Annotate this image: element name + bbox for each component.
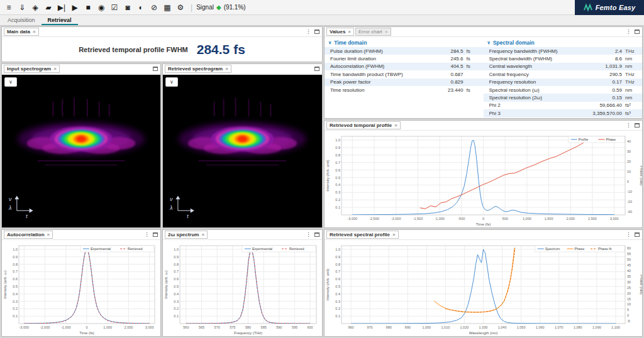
maximize-icon[interactable] [635, 30, 640, 34]
svg-text:1,000: 1,000 [103, 325, 112, 329]
value-label: Spectral bandwidth (FWHM) [489, 56, 584, 62]
save-icon[interactable]: ⇓ [16, 1, 28, 14]
camera-icon[interactable]: ◉ [95, 1, 108, 14]
svg-text:3,000: 3,000 [610, 217, 619, 221]
maximize-icon[interactable] [635, 232, 640, 237]
tab-spectral-profile[interactable]: Retrieved spectral profile × [326, 231, 399, 239]
svg-text:40: 40 [627, 139, 631, 143]
value-label: Pulse duration (FWHM) [330, 48, 425, 54]
value-number: 0.17 [583, 79, 622, 85]
svg-text:0.1: 0.1 [13, 314, 18, 318]
svg-text:50: 50 [627, 258, 631, 261]
value-row: Time resolution23.440fs [325, 86, 484, 94]
tab-retrieval[interactable]: Retrieval [42, 15, 78, 25]
svg-text:-20: -20 [627, 200, 632, 204]
tab-retrieved-spectrogram[interactable]: Retrieved spectrogram × [165, 65, 231, 73]
value-unit: nm [622, 56, 638, 62]
tab-input-spectrogram[interactable]: Input spectrogram × [4, 65, 60, 73]
panel-header: Input spectrogram × [2, 64, 160, 74]
thumbs-up-icon[interactable]: ☑ [108, 1, 121, 14]
contrast-icon[interactable]: ◐ [135, 1, 147, 14]
maximize-icon[interactable] [153, 67, 158, 71]
tab-autocorrelation[interactable]: Autocorrelation × [4, 231, 53, 239]
maximize-icon[interactable] [314, 30, 319, 34]
panel-header: Autocorrelation × ⋮ [2, 230, 160, 240]
play-icon[interactable]: ▶ [69, 1, 81, 14]
close-icon[interactable]: × [392, 232, 396, 237]
time-domain-column: ∨Time domainPulse duration (FWHM)284.5fs… [325, 38, 484, 118]
value-number: 0.687 [425, 72, 464, 77]
maximize-icon[interactable] [314, 67, 319, 71]
close-icon[interactable]: × [385, 29, 388, 35]
kebab-menu-icon[interactable]: ⋮ [144, 232, 150, 237]
svg-text:0.9: 0.9 [13, 255, 18, 259]
spectrogram-menu-button[interactable]: ∨ [4, 77, 17, 87]
tab-main-data[interactable]: Main data × [4, 28, 39, 36]
tab-label: Autocorrelation [7, 232, 45, 237]
input-spectrogram-canvas: ∨ ν λ τ [2, 75, 160, 227]
tab-error-chart[interactable]: Error chart × [355, 28, 391, 36]
svg-text:20: 20 [627, 292, 631, 295]
signal-label: Signal [196, 4, 214, 11]
svg-text:0.3: 0.3 [13, 300, 18, 303]
close-icon[interactable]: × [225, 66, 228, 72]
tab-acquisition[interactable]: Acquisition [1, 15, 42, 25]
svg-text:0.2: 0.2 [174, 307, 179, 310]
close-icon[interactable]: × [47, 232, 50, 237]
stop-icon[interactable]: ■ [82, 1, 94, 14]
svg-text:0.3: 0.3 [174, 300, 179, 303]
svg-text:1,500: 1,500 [545, 217, 553, 221]
value-number: 0.15 [583, 95, 622, 101]
close-icon[interactable]: × [53, 66, 57, 72]
svg-text:595: 595 [292, 325, 297, 329]
settings-icon[interactable]: ⚙ [174, 1, 187, 14]
chevron-down-icon: ∨ [487, 40, 491, 45]
section-header[interactable]: ∨Time domain [325, 38, 484, 47]
kebab-menu-icon[interactable]: ⋮ [306, 232, 311, 237]
svg-text:-30: -30 [627, 210, 632, 214]
cancel-icon[interactable]: ⊘ [148, 1, 160, 14]
svg-text:0.7: 0.7 [13, 270, 18, 273]
svg-text:-10: -10 [627, 190, 632, 194]
maximize-icon[interactable] [153, 232, 158, 237]
menu-icon[interactable]: ≡ [3, 1, 15, 14]
kebab-menu-icon[interactable]: ⋮ [626, 123, 631, 128]
panel-header: Retrieved temporal profile × ⋮ [325, 121, 642, 131]
video-icon[interactable]: ◙ [121, 1, 134, 14]
spectral-domain-column: ∨Spectral domainFrequency bandwidth (FWH… [484, 38, 643, 118]
value-label: Frequency resolution [489, 79, 584, 85]
svg-text:0.9: 0.9 [335, 146, 340, 150]
svg-text:-1,000: -1,000 [61, 325, 71, 329]
value-row: Central wavelength1,031.9nm [484, 63, 643, 70]
svg-text:1,100: 1,100 [611, 325, 620, 329]
svg-text:Intensity (Arb. unit): Intensity (Arb. unit) [326, 269, 330, 300]
svg-text:0.8: 0.8 [335, 153, 340, 157]
value-label: Spectral resolution (ω) [489, 87, 584, 93]
close-icon[interactable]: × [201, 232, 204, 237]
value-number: 8.6 [583, 56, 622, 62]
fwhm-label: Retrieved temporal profile FWHM [79, 46, 188, 53]
value-label: Phi 2 [489, 102, 584, 108]
grid-icon[interactable]: ▦ [161, 1, 174, 14]
autocorrelation-panel: Autocorrelation × ⋮ -3,000-2,000-1,00001… [1, 229, 161, 337]
close-icon[interactable]: × [348, 29, 351, 35]
tab-spectrum-2w[interactable]: 2ω spectrum × [165, 231, 208, 239]
kebab-menu-icon[interactable]: ⋮ [626, 232, 631, 237]
svg-text:Intensity (arb. u.): Intensity (arb. u.) [3, 270, 7, 298]
value-label: Fourier limit duration [330, 56, 425, 62]
svg-text:0.1: 0.1 [335, 205, 340, 209]
tag-icon[interactable]: ◈ [29, 1, 42, 14]
spectrogram-menu-button[interactable]: ∨ [165, 77, 178, 87]
close-icon[interactable]: × [33, 29, 36, 35]
close-icon[interactable]: × [394, 123, 397, 128]
section-header[interactable]: ∨Spectral domain [484, 38, 643, 47]
maximize-icon[interactable] [314, 232, 319, 237]
tab-values[interactable]: Values × [326, 28, 354, 36]
maximize-icon[interactable] [635, 123, 640, 128]
kebab-menu-icon[interactable]: ⋮ [306, 29, 311, 35]
tab-temporal-profile[interactable]: Retrieved temporal profile × [326, 121, 401, 129]
svg-text:0.9: 0.9 [174, 255, 179, 259]
eraser-icon[interactable]: ▰ [42, 1, 55, 14]
skip-end-icon[interactable]: ▶| [55, 1, 68, 14]
kebab-menu-icon[interactable]: ⋮ [626, 29, 631, 35]
